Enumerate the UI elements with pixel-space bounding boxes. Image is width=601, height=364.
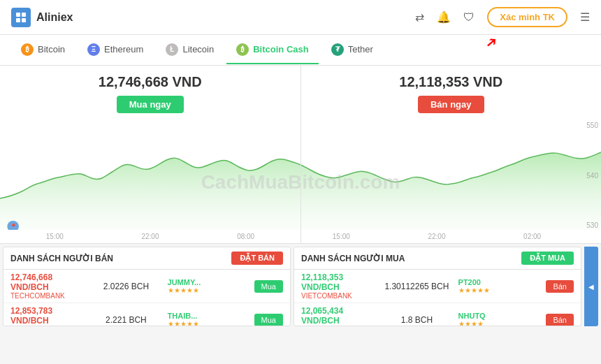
transfer-icon[interactable]: ⇄ — [415, 10, 424, 24]
sell-price-col-2: 12,853,783 VND/BCH TECHCOMBANK — [10, 306, 85, 326]
tab-litecoin-label: Litecoin — [182, 44, 214, 54]
sell-list-row: 12,746,668 VND/BCH TECHCOMBANK 2.0226 BC… — [3, 270, 290, 303]
sell-price-col: 12,746,668 VND/BCH TECHCOMBANK — [10, 272, 85, 300]
buy-row1-price: 12,118,353 VND/BCH — [301, 272, 375, 292]
buy-action-col: Bán — [537, 280, 574, 293]
sell-list-panel: DANH SÁCH NGƯỜI BÁN ĐẶT BÁN 12,746,668 V… — [3, 247, 291, 326]
buy-price-box: 12,746,668 VND Mua ngay — [0, 66, 301, 122]
chart-x-labels: 15:00 22:00 08:00 15:00 22:00 02:00 — [0, 233, 580, 240]
sell-row1-stars: ★★★★★ — [168, 286, 242, 294]
sell-row2-price: 12,853,783 VND/BCH — [10, 306, 85, 326]
x-label-5: 22:00 — [428, 233, 445, 240]
sell-row2-amount: 2.221 BCH — [89, 315, 163, 325]
dat-mua-button[interactable]: ĐẶT MUA — [521, 252, 574, 265]
buy-price-col-2: 12,065,434 VND/BCH VIETCOMBANK — [301, 306, 375, 326]
bottom-section: DANH SÁCH NGƯỜI BÁN ĐẶT BÁN 12,746,668 V… — [0, 244, 601, 329]
sell-list-title: DANH SÁCH NGƯỜI BÁN — [10, 254, 113, 263]
tab-bitcoincash-label: Bitcoin Cash — [253, 44, 308, 54]
mua-button-1[interactable]: Mua — [254, 280, 283, 293]
ban-button-1[interactable]: Bán — [546, 280, 574, 293]
buy-list-title: DANH SÁCH NGƯỜI MUA — [301, 254, 405, 263]
buy-action-col-2: Bán — [537, 314, 574, 326]
sell-row1-amount: 2.0226 BCH — [89, 282, 163, 291]
sell-user-col-2: THAIB... ★★★★★ — [168, 312, 242, 326]
buy-row2-amount: 1.8 BCH — [379, 315, 454, 325]
tabs-bar: ₿ Bitcoin Ξ Ethereum Ł Litecoin ₿ Bitcoi… — [0, 35, 601, 66]
svg-rect-0 — [16, 13, 20, 17]
buy-amount-col: 1.30112265 BCH — [379, 282, 454, 291]
chart-y-labels: 550 540 530 — [586, 122, 598, 229]
buy-row1-user: PT200 — [458, 278, 533, 286]
notification-icon[interactable]: 🔔 — [437, 10, 451, 24]
sell-row2-bank: TECHCOMBANK — [10, 326, 85, 326]
sell-price-box: 12,118,353 VND Bán ngay — [301, 66, 602, 122]
sell-action-col: Mua — [246, 280, 283, 293]
logo-text: Aliniex — [36, 11, 73, 24]
sell-amount-col: 2.0226 BCH — [89, 282, 163, 291]
tab-tether-label: Tether — [348, 44, 373, 54]
tab-bitcoincash[interactable]: ₿ Bitcoin Cash — [226, 36, 318, 64]
sell-row1-user: JUMMY... — [168, 278, 242, 286]
header: Aliniex ⇄ 🔔 🛡 Xác minh TK ☰ ➔ — [0, 0, 601, 35]
tab-ethereum[interactable]: Ξ Ethereum — [78, 36, 153, 64]
buy-row1-amount: 1.30112265 BCH — [379, 282, 454, 291]
sell-price: 12,118,353 VND — [399, 74, 502, 90]
x-label-2: 22:00 — [141, 233, 159, 240]
tab-litecoin[interactable]: Ł Litecoin — [156, 36, 224, 64]
buy-user-col-2: NHUTQ ★★★★ — [458, 312, 533, 326]
x-label-4: 15:00 — [333, 233, 350, 240]
sell-list-header: DANH SÁCH NGƯỜI BÁN ĐẶT BÁN — [3, 247, 290, 270]
bch-icon: ₿ — [236, 43, 249, 56]
tab-tether[interactable]: ₮ Tether — [321, 36, 383, 64]
sell-user-col: JUMMY... ★★★★★ — [168, 278, 242, 294]
sell-action-col-2: Mua — [246, 314, 283, 326]
usdt-icon: ₮ — [331, 43, 344, 56]
y-label-1: 550 — [586, 122, 598, 129]
tab-bitcoin[interactable]: ₿ Bitcoin — [11, 36, 75, 64]
buy-price-col: 12,118,353 VND/BCH VIETCOMBANK — [301, 272, 375, 300]
sell-amount-col-2: 2.221 BCH — [89, 315, 163, 325]
buy-user-col: PT200 ★★★★★ — [458, 278, 533, 294]
buy-row2-price: 12,065,434 VND/BCH — [301, 306, 375, 326]
buy-price: 12,746,668 VND — [99, 74, 202, 90]
svg-rect-2 — [16, 18, 20, 22]
verify-button[interactable]: Xác minh TK — [487, 7, 567, 27]
mua-button-2[interactable]: Mua — [254, 314, 283, 326]
svg-rect-3 — [22, 18, 26, 22]
shield-icon[interactable]: 🛡 — [463, 11, 475, 24]
tab-ethereum-label: Ethereum — [104, 44, 143, 54]
buy-list-panel: DANH SÁCH NGƯỜI MUA ĐẶT MUA 12,118,353 V… — [294, 247, 581, 326]
sell-row1-price: 12,746,668 VND/BCH — [10, 272, 85, 292]
sell-row2-stars: ★★★★★ — [168, 320, 242, 326]
sell-row1-bank: TECHCOMBANK — [10, 292, 85, 300]
logo-icon — [11, 8, 31, 27]
btc-icon: ₿ — [21, 43, 34, 56]
svg-text:📍: 📍 — [10, 223, 17, 230]
buy-row1-bank: VIETCOMBANK — [301, 292, 375, 300]
x-label-1: 15:00 — [46, 233, 64, 240]
eth-icon: Ξ — [87, 43, 100, 56]
price-section: 12,746,668 VND Mua ngay 12,118,353 VND B… — [0, 66, 601, 122]
x-label-3: 08:00 — [237, 233, 254, 240]
buy-list-row: 12,118,353 VND/BCH VIETCOMBANK 1.3011226… — [294, 270, 581, 303]
buy-list-header: DANH SÁCH NGƯỜI MUA ĐẶT MUA — [294, 247, 581, 270]
svg-rect-1 — [22, 13, 26, 17]
tab-bitcoin-label: Bitcoin — [38, 44, 65, 54]
ltc-icon: Ł — [166, 43, 178, 56]
chart-section: CachMuaBitcoin.com 📍 15:00 22:00 08:00 1… — [0, 122, 601, 244]
buy-now-button[interactable]: Mua ngay — [117, 96, 184, 113]
y-label-2: 540 — [586, 172, 598, 180]
dat-ban-button[interactable]: ĐẶT BÁN — [231, 252, 283, 265]
buy-row2-stars: ★★★★ — [458, 320, 533, 326]
buy-row1-stars: ★★★★★ — [458, 286, 533, 294]
chart-divider — [300, 122, 301, 243]
x-label-6: 02:00 — [523, 233, 541, 240]
header-actions: ⇄ 🔔 🛡 Xác minh TK ☰ — [415, 7, 590, 27]
sidebar-blue-tab[interactable]: ◀ — [584, 247, 598, 326]
sell-row2-user: THAIB... — [168, 312, 242, 320]
menu-icon[interactable]: ☰ — [580, 10, 590, 24]
ban-button-2[interactable]: Bán — [546, 314, 574, 326]
sell-now-button[interactable]: Bán ngay — [418, 96, 484, 113]
buy-list-row-2: 12,065,434 VND/BCH VIETCOMBANK 1.8 BCH N… — [294, 303, 581, 326]
sell-list-row: 12,853,783 VND/BCH TECHCOMBANK 2.221 BCH… — [3, 303, 290, 326]
